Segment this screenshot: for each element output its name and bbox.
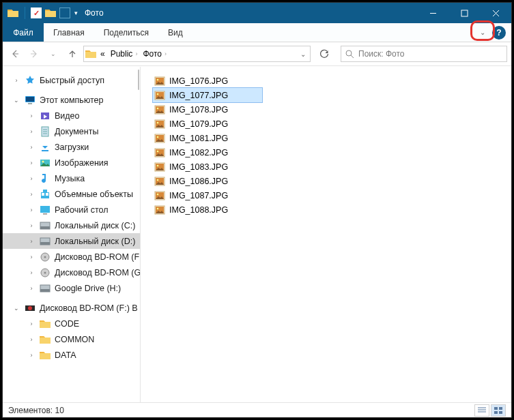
tree-item[interactable]: ›Локальный диск (C:): [3, 217, 140, 233]
svg-rect-16: [43, 213, 47, 215]
chevron-right-icon[interactable]: ›: [27, 112, 35, 119]
nav-up-button[interactable]: [64, 46, 81, 62]
svg-point-10: [42, 160, 44, 162]
tree-this-pc[interactable]: ⌄ Этот компьютер: [3, 92, 140, 108]
view-icons-button[interactable]: [491, 404, 506, 417]
tree-quick-access[interactable]: › Быстрый доступ: [3, 72, 140, 88]
file-item[interactable]: IMG_1079.JPG: [153, 117, 262, 131]
explorer-window: ✓ ▾ Фото Файл Главная Поделиться Вид ⌄ ?…: [2, 2, 512, 418]
chevron-right-icon[interactable]: ›: [27, 238, 35, 245]
file-item[interactable]: IMG_1082.JPG: [153, 145, 262, 160]
chevron-right-icon[interactable]: ›: [27, 254, 35, 260]
address-bar[interactable]: « Public› Фото› ⌄: [83, 46, 311, 62]
item-icon: [39, 188, 51, 200]
chevron-down-icon[interactable]: ⌄: [12, 305, 20, 312]
chevron-right-icon[interactable]: ›: [27, 160, 35, 166]
tree-item[interactable]: ›Рабочий стол: [3, 202, 140, 217]
qat-chevron-down-icon[interactable]: ▾: [74, 10, 78, 16]
chevron-right-icon[interactable]: ›: [27, 175, 35, 182]
svg-point-46: [157, 150, 159, 152]
file-item[interactable]: IMG_1076.JPG: [153, 74, 262, 88]
svg-point-49: [157, 164, 159, 166]
item-icon: [39, 267, 51, 279]
tree-bd-rom[interactable]: ⌄ Дисковод BD-ROM (F:) B: [3, 300, 140, 316]
navigation-pane[interactable]: › Быстрый доступ ⌄ Этот компьютер ›Видео…: [3, 67, 141, 402]
breadcrumb[interactable]: Фото›: [140, 49, 169, 59]
file-item[interactable]: IMG_1077.JPG: [153, 88, 262, 102]
svg-point-1: [346, 50, 352, 56]
image-file-icon: [154, 90, 165, 101]
ribbon-tab-view[interactable]: Вид: [158, 23, 192, 42]
nav-forward-button[interactable]: [26, 46, 42, 62]
qat-properties-icon[interactable]: ✓: [31, 7, 42, 18]
search-placeholder: Поиск: Фото: [358, 49, 405, 59]
search-input[interactable]: Поиск: Фото: [341, 46, 507, 62]
folder-icon: [39, 349, 51, 361]
tree-item[interactable]: ›Дисковод BD-ROM (G:): [3, 265, 140, 280]
ribbon-expand-icon[interactable]: ⌄: [480, 29, 485, 36]
file-item[interactable]: IMG_1087.JPG: [153, 188, 262, 202]
help-button[interactable]: ?: [492, 26, 506, 40]
tree-item[interactable]: ›Google Drive (H:): [3, 280, 140, 296]
maximize-button[interactable]: [448, 3, 480, 23]
tree-item[interactable]: ›Дисковод BD-ROM (F:): [3, 249, 140, 265]
search-icon: [345, 50, 354, 59]
chevron-right-icon[interactable]: ›: [27, 269, 35, 276]
ribbon-file-tab[interactable]: Файл: [3, 23, 44, 42]
chevron-right-icon[interactable]: ›: [27, 191, 35, 198]
breadcrumb[interactable]: Public›: [108, 49, 141, 59]
monitor-icon: [24, 94, 36, 106]
chevron-right-icon[interactable]: ›: [27, 222, 35, 229]
address-history-chevron-icon[interactable]: ⌄: [296, 46, 310, 61]
breadcrumb-prefix[interactable]: «: [98, 49, 108, 59]
chevron-right-icon[interactable]: ›: [12, 77, 20, 84]
tree-item[interactable]: ›Изображения: [3, 155, 140, 170]
chevron-right-icon[interactable]: ›: [27, 144, 35, 151]
ribbon-tab-share[interactable]: Поделиться: [94, 23, 158, 42]
file-item[interactable]: IMG_1081.JPG: [153, 131, 262, 145]
file-item[interactable]: IMG_1078.JPG: [153, 102, 262, 117]
qat-customize-icon[interactable]: [59, 7, 70, 18]
file-list[interactable]: IMG_1076.JPGIMG_1077.JPGIMG_1078.JPGIMG_…: [141, 67, 511, 402]
minimize-button[interactable]: [417, 3, 448, 23]
refresh-button[interactable]: [315, 46, 334, 62]
svg-rect-61: [494, 411, 498, 414]
svg-rect-60: [499, 407, 502, 410]
view-details-button[interactable]: [474, 404, 489, 417]
content-area: › Быстрый доступ ⌄ Этот компьютер ›Видео…: [3, 67, 511, 402]
nav-back-button[interactable]: [7, 46, 23, 62]
tree-item[interactable]: ›Видео: [3, 108, 140, 123]
item-icon: [39, 282, 51, 295]
chevron-right-icon[interactable]: ›: [27, 128, 35, 135]
tree-item[interactable]: ›Объемные объекты: [3, 186, 140, 202]
nav-recent-chevron-icon[interactable]: ⌄: [45, 46, 61, 62]
chevron-down-icon[interactable]: ⌄: [12, 97, 20, 104]
close-button[interactable]: [480, 3, 511, 23]
nav-bar: ⌄ « Public› Фото› ⌄ Поиск: Фото: [3, 42, 511, 66]
ribbon-tab-home[interactable]: Главная: [44, 23, 94, 42]
tree-item[interactable]: ›CODE: [3, 316, 140, 331]
svg-rect-13: [46, 193, 48, 196]
qat-newfolder-icon[interactable]: [44, 7, 57, 19]
file-item[interactable]: IMG_1088.JPG: [153, 202, 262, 217]
tree-item[interactable]: ›DATA: [3, 347, 140, 363]
svg-point-55: [157, 193, 159, 195]
chevron-right-icon[interactable]: ›: [27, 207, 35, 213]
tree-item[interactable]: ›Документы: [3, 123, 140, 139]
item-icon: [39, 157, 51, 169]
file-item[interactable]: IMG_1083.JPG: [153, 160, 262, 174]
svg-point-34: [157, 93, 159, 95]
chevron-right-icon[interactable]: ›: [27, 320, 35, 327]
chevron-right-icon[interactable]: ›: [27, 285, 35, 292]
tree-item[interactable]: ›COMMON: [3, 331, 140, 347]
title-bar[interactable]: ✓ ▾ Фото: [3, 3, 511, 23]
tree-item[interactable]: ›Локальный диск (D:): [3, 233, 140, 249]
item-icon: [39, 125, 51, 138]
chevron-right-icon[interactable]: ›: [27, 336, 35, 343]
tree-item[interactable]: ›Загрузки: [3, 139, 140, 155]
tree-item[interactable]: ›Музыка: [3, 170, 140, 186]
item-icon: [39, 172, 51, 185]
chevron-right-icon[interactable]: ›: [27, 352, 35, 359]
svg-point-22: [44, 256, 46, 258]
file-item[interactable]: IMG_1086.JPG: [153, 174, 262, 188]
